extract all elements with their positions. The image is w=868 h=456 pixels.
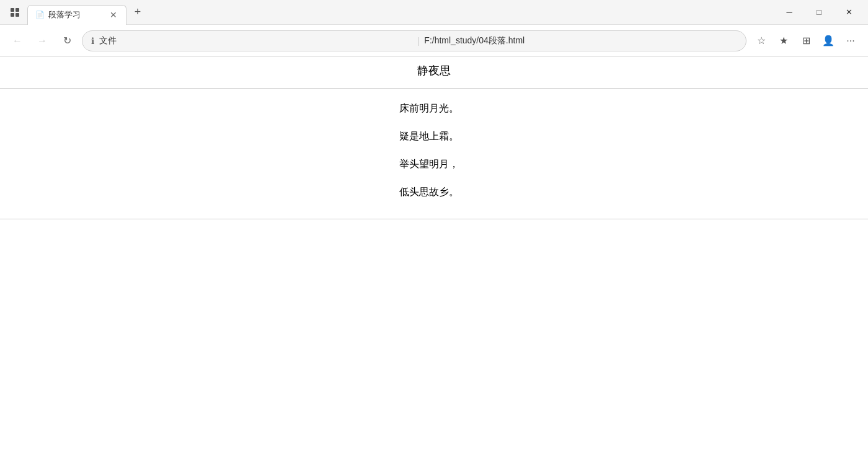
poem-line-1: 床前明月光。 xyxy=(0,95,868,123)
poem-title-section: 静夜思 xyxy=(0,57,868,89)
svg-rect-2 xyxy=(11,13,14,17)
back-button[interactable]: ← xyxy=(7,31,27,51)
poem-body: 床前明月光。 疑是地上霜。 举头望明月， 低头思故乡。 xyxy=(0,89,868,219)
collection-icon[interactable]: ⊞ xyxy=(796,31,816,51)
poem-line-4: 低头思故乡。 xyxy=(0,178,868,206)
forward-button[interactable]: → xyxy=(32,31,52,51)
title-bar: 📄 段落学习 ✕ + ─ □ ✕ xyxy=(0,0,868,25)
star-icon[interactable]: ★ xyxy=(774,31,794,51)
svg-rect-0 xyxy=(11,8,14,12)
url-bar[interactable]: ℹ 文件 | F:/html_study/04段落.html xyxy=(82,30,746,51)
poem-container: 静夜思 床前明月光。 疑是地上霜。 举头望明月， 低头思故乡。 xyxy=(0,57,868,219)
new-tab-button[interactable]: + xyxy=(129,4,146,21)
refresh-button[interactable]: ↻ xyxy=(57,31,77,51)
favorites-icon[interactable]: ☆ xyxy=(751,31,771,51)
tab-title: 段落学习 xyxy=(48,9,105,20)
page-content: 静夜思 床前明月光。 疑是地上霜。 举头望明月， 低头思故乡。 xyxy=(0,57,868,456)
close-button[interactable]: ✕ xyxy=(835,2,863,22)
browser-window: 📄 段落学习 ✕ + ─ □ ✕ ← → ↻ ℹ 文件 | F:/html_st… xyxy=(0,0,868,456)
toolbar-icons: ☆ ★ ⊞ 👤 ··· xyxy=(751,31,861,51)
minimize-button[interactable]: ─ xyxy=(775,2,804,22)
menu-icon[interactable]: ··· xyxy=(841,31,861,51)
maximize-button[interactable]: □ xyxy=(805,2,833,22)
address-bar: ← → ↻ ℹ 文件 | F:/html_study/04段落.html ☆ ★… xyxy=(0,25,868,57)
svg-rect-3 xyxy=(16,13,19,17)
url-info-icon: ℹ xyxy=(91,36,94,46)
active-tab[interactable]: 📄 段落学习 ✕ xyxy=(27,5,126,25)
poem-line-3: 举头望明月， xyxy=(0,151,868,178)
poem-title: 静夜思 xyxy=(0,63,868,78)
tab-file-icon: 📄 xyxy=(35,11,45,19)
svg-rect-1 xyxy=(16,8,19,12)
window-controls: ─ □ ✕ xyxy=(775,2,863,22)
tab-close-button[interactable]: ✕ xyxy=(108,9,118,21)
url-label: 文件 xyxy=(99,35,412,46)
tab-grid-button[interactable] xyxy=(5,2,25,22)
url-input[interactable]: F:/html_study/04段落.html xyxy=(424,35,737,46)
profile-icon[interactable]: 👤 xyxy=(818,31,838,51)
page-inner: 静夜思 床前明月光。 疑是地上霜。 举头望明月， 低头思故乡。 xyxy=(0,57,868,219)
url-divider: | xyxy=(417,36,420,46)
tab-bar-area: 📄 段落学习 ✕ + xyxy=(5,0,775,24)
poem-line-2: 疑是地上霜。 xyxy=(0,123,868,151)
